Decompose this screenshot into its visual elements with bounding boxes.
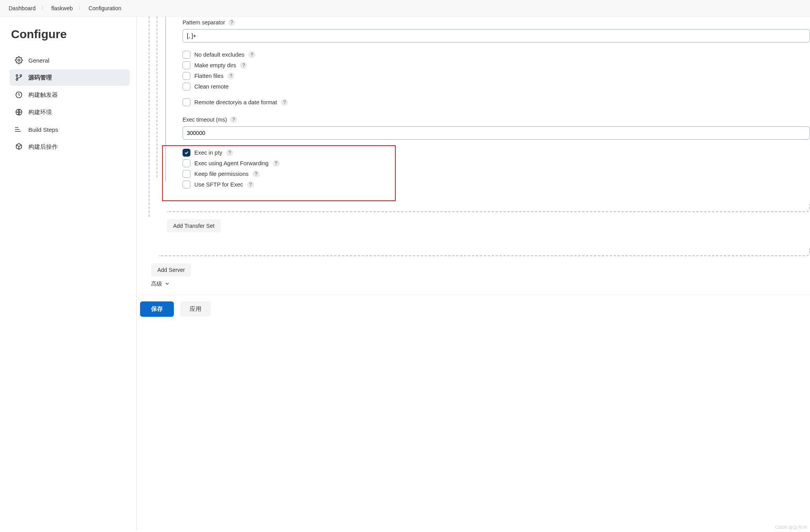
breadcrumb-dashboard[interactable]: Dashboard [9, 5, 36, 11]
sidebar-item-scm[interactable]: 源码管理 [9, 69, 130, 86]
help-icon[interactable]: ? [281, 99, 288, 106]
sidebar-item-label: Build Steps [28, 126, 58, 133]
checkbox-label: Make empty dirs [194, 62, 236, 68]
advanced-toggle[interactable]: 高级 [151, 281, 810, 288]
tree-line [157, 17, 157, 177]
help-icon[interactable]: ? [240, 62, 247, 69]
checkbox-label: Exec using Agent Forwarding [194, 160, 269, 166]
breadcrumb-project[interactable]: flaskweb [52, 5, 73, 11]
flatten-files-checkbox[interactable] [183, 72, 190, 80]
help-icon[interactable]: ? [247, 181, 254, 188]
svg-point-8 [15, 131, 16, 132]
clock-icon [15, 91, 23, 99]
checkbox-label: Exec in pty [194, 150, 222, 156]
help-icon[interactable]: ? [227, 72, 234, 79]
use-sftp-exec-checkbox[interactable] [183, 181, 190, 188]
watermark: CSDN @柒月VII [775, 525, 807, 530]
help-icon[interactable]: ? [253, 170, 260, 177]
svg-point-3 [16, 79, 18, 80]
sidebar-item-environment[interactable]: 构建环境 [9, 104, 130, 120]
remote-dir-date-checkbox[interactable] [183, 98, 190, 106]
svg-point-2 [20, 75, 22, 76]
chevron-right-icon: 〉 [41, 5, 46, 11]
clean-remote-checkbox[interactable] [183, 83, 190, 91]
sidebar: Configure General 源码管理 构建触发器 构建环境 [0, 17, 137, 530]
exec-agent-fwd-checkbox[interactable] [183, 159, 190, 167]
checkbox-label: No default excludes [194, 52, 244, 58]
page-title: Configure [11, 28, 130, 41]
svg-point-1 [16, 75, 18, 76]
sidebar-item-label: 构建触发器 [28, 91, 58, 99]
sidebar-item-label: 构建环境 [28, 109, 52, 116]
svg-point-7 [15, 129, 16, 130]
globe-icon [15, 108, 23, 116]
main-content: Pattern separator ? No default excludes … [137, 17, 810, 530]
add-server-button[interactable]: Add Server [151, 263, 191, 277]
exec-timeout-input[interactable] [183, 126, 810, 140]
keep-file-perm-checkbox[interactable] [183, 170, 190, 178]
sidebar-item-label: General [28, 57, 49, 64]
help-icon[interactable]: ? [228, 19, 235, 26]
steps-icon [15, 126, 23, 133]
package-icon [15, 143, 23, 151]
sidebar-item-label: 构建后操作 [28, 143, 58, 151]
save-button[interactable]: 保存 [140, 301, 174, 317]
help-icon[interactable]: ? [230, 116, 237, 123]
pattern-separator-input[interactable] [183, 29, 810, 42]
breadcrumb-page[interactable]: Configuration [89, 5, 121, 11]
make-empty-dirs-checkbox[interactable] [183, 61, 190, 69]
svg-point-6 [15, 127, 16, 128]
sidebar-item-build-steps[interactable]: Build Steps [9, 121, 130, 138]
git-branch-icon [15, 74, 23, 81]
exec-in-pty-checkbox[interactable] [183, 149, 190, 157]
checkbox-label: Remote directoryis a date format [194, 99, 277, 105]
apply-button[interactable]: 应用 [180, 301, 211, 317]
checkbox-label: Use SFTP for Exec [194, 181, 243, 188]
tree-line [149, 17, 149, 217]
sidebar-item-post-build[interactable]: 构建后操作 [9, 139, 130, 155]
help-icon[interactable]: ? [226, 149, 233, 156]
checkbox-label: Keep file permissions [194, 171, 249, 177]
breadcrumb: Dashboard 〉 flaskweb 〉 Configuration [0, 0, 810, 17]
tree-line [165, 17, 166, 181]
pattern-separator-label: Pattern separator ? [183, 19, 810, 26]
exec-timeout-label: Exec timeout (ms) ? [183, 116, 810, 123]
checkbox-label: Flatten files [194, 73, 223, 79]
sidebar-item-triggers[interactable]: 构建触发器 [9, 87, 130, 103]
sidebar-item-general[interactable]: General [9, 52, 130, 68]
sidebar-item-label: 源码管理 [28, 74, 52, 81]
gear-icon [15, 56, 23, 64]
svg-point-0 [18, 59, 20, 61]
checkbox-label: Clean remote [194, 83, 229, 90]
help-icon[interactable]: ? [248, 51, 255, 58]
add-transfer-set-button[interactable]: Add Transfer Set [167, 219, 221, 233]
chevron-down-icon [164, 281, 170, 288]
help-icon[interactable]: ? [273, 160, 280, 167]
no-default-excludes-checkbox[interactable] [183, 51, 190, 59]
chevron-right-icon: 〉 [78, 5, 83, 11]
